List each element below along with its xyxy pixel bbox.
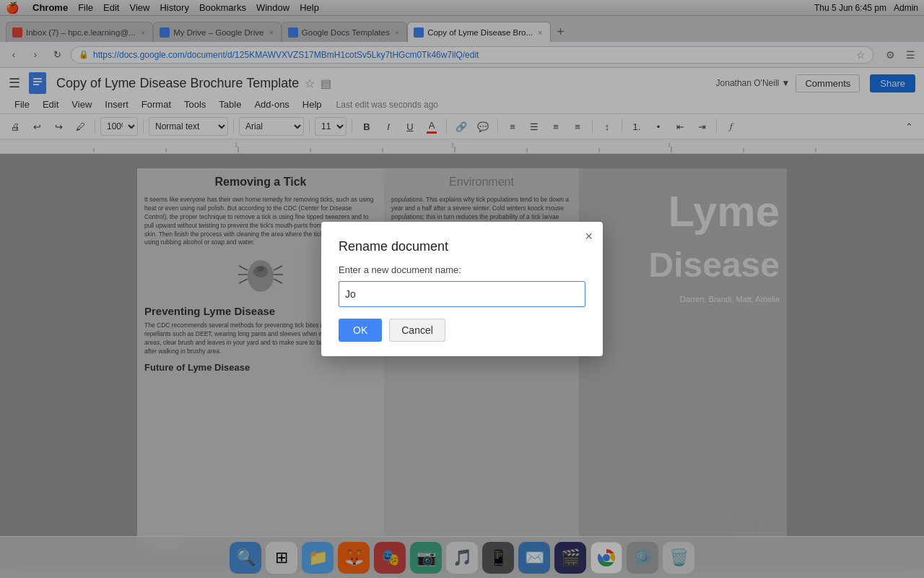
dialog-buttons: OK Cancel	[339, 319, 585, 342]
dialog-label: Enter a new document name:	[339, 264, 585, 275]
ok-button[interactable]: OK	[339, 319, 382, 342]
dialog-close-btn[interactable]: ×	[585, 229, 593, 244]
rename-input[interactable]	[339, 281, 585, 307]
rename-dialog: × Rename document Enter a new document n…	[321, 222, 603, 356]
cancel-button[interactable]: Cancel	[389, 319, 445, 342]
modal-overlay: × Rename document Enter a new document n…	[0, 0, 924, 578]
dialog-title: Rename document	[339, 239, 585, 254]
